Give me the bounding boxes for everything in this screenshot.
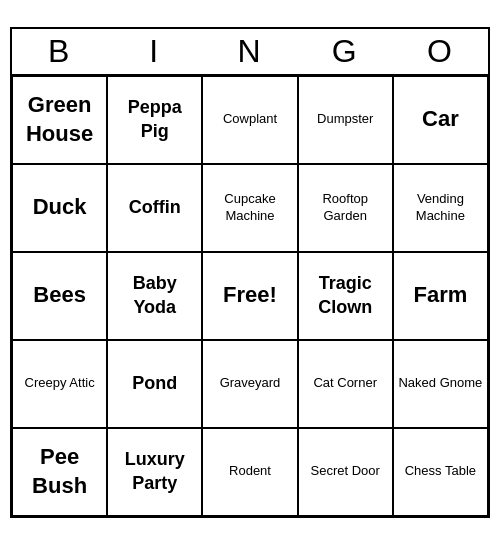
bingo-cell-8: Rooftop Garden [298, 164, 393, 252]
header-n: N [202, 29, 297, 74]
bingo-cell-1: Peppa Pig [107, 76, 202, 164]
bingo-cell-14: Farm [393, 252, 488, 340]
bingo-cell-16: Pond [107, 340, 202, 428]
bingo-cell-23: Secret Door [298, 428, 393, 516]
bingo-cell-22: Rodent [202, 428, 297, 516]
bingo-grid: Green HousePeppa PigCowplantDumpsterCarD… [12, 76, 488, 516]
header-g: G [298, 29, 393, 74]
header-i: I [107, 29, 202, 74]
bingo-cell-3: Dumpster [298, 76, 393, 164]
bingo-header: B I N G O [12, 29, 488, 76]
bingo-cell-11: Baby Yoda [107, 252, 202, 340]
bingo-cell-0: Green House [12, 76, 107, 164]
bingo-cell-5: Duck [12, 164, 107, 252]
bingo-card: B I N G O Green HousePeppa PigCowplantDu… [10, 27, 490, 518]
bingo-cell-9: Vending Machine [393, 164, 488, 252]
bingo-cell-24: Chess Table [393, 428, 488, 516]
bingo-cell-17: Graveyard [202, 340, 297, 428]
bingo-cell-6: Coffin [107, 164, 202, 252]
bingo-cell-12: Free! [202, 252, 297, 340]
bingo-cell-13: Tragic Clown [298, 252, 393, 340]
bingo-cell-15: Creepy Attic [12, 340, 107, 428]
bingo-cell-2: Cowplant [202, 76, 297, 164]
bingo-cell-4: Car [393, 76, 488, 164]
header-b: B [12, 29, 107, 74]
bingo-cell-7: Cupcake Machine [202, 164, 297, 252]
bingo-cell-20: Pee Bush [12, 428, 107, 516]
header-o: O [393, 29, 488, 74]
bingo-cell-10: Bees [12, 252, 107, 340]
bingo-cell-18: Cat Corner [298, 340, 393, 428]
bingo-cell-21: Luxury Party [107, 428, 202, 516]
bingo-cell-19: Naked Gnome [393, 340, 488, 428]
